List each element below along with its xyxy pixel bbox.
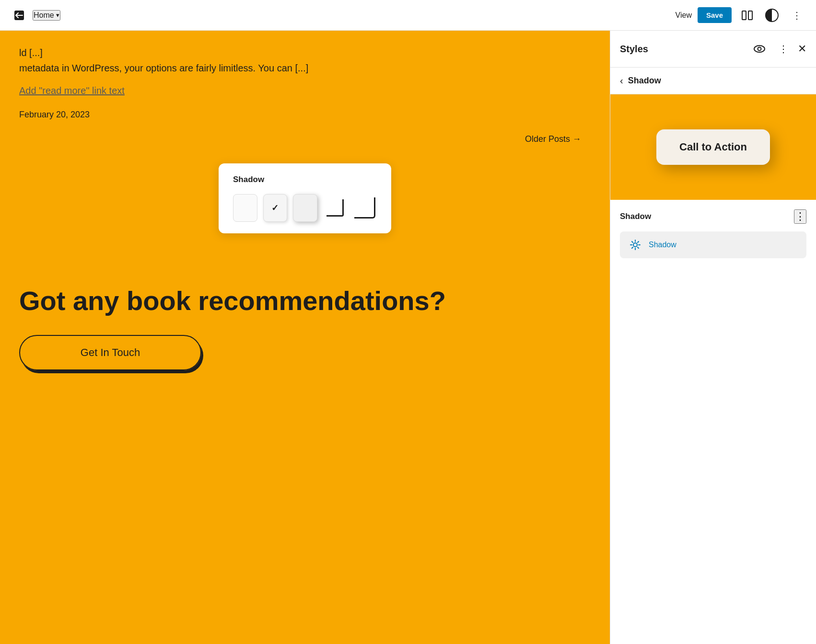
svg-point-3 <box>633 243 637 247</box>
svg-point-1 <box>754 46 765 52</box>
preview-cta-button[interactable]: Call to Action <box>656 129 770 165</box>
shadow-popup: Shadow <box>219 163 391 233</box>
partial-text-left: ld [...] <box>19 45 591 60</box>
eye-icon <box>754 45 765 53</box>
save-button[interactable]: Save <box>698 7 732 23</box>
shadow-section-header: Shadow ⋮ <box>620 209 806 224</box>
home-nav-button[interactable]: Home ▾ <box>33 10 60 21</box>
svg-line-9 <box>638 247 639 248</box>
svg-line-8 <box>632 242 633 242</box>
shadow-option-corner-lg[interactable] <box>353 194 377 222</box>
shadow-section-title: Shadow <box>620 212 651 221</box>
older-posts-row: Older Posts → <box>0 134 610 144</box>
panel-title: Styles <box>620 44 648 55</box>
cta-get-in-touch-button[interactable]: Get In Touch <box>19 335 201 370</box>
view-button[interactable]: View <box>676 11 692 20</box>
shadow-controls-section: Shadow ⋮ Shadow <box>610 200 816 268</box>
cta-section: Got any book recommendations? Get In Tou… <box>0 257 610 390</box>
main-content-area: ld [...] metadata in WordPress, your opt… <box>0 31 610 644</box>
post-date: February 20, 2023 <box>19 110 591 120</box>
shadow-popup-title: Shadow <box>233 175 377 184</box>
half-circle-icon <box>765 9 779 22</box>
shadow-option-none[interactable] <box>233 194 257 222</box>
shadow-item-label[interactable]: Shadow <box>649 241 676 249</box>
layout-icon <box>742 11 753 20</box>
topbar-left: Home ▾ <box>10 6 60 25</box>
older-posts-link[interactable]: Older Posts → <box>525 134 581 144</box>
panel-header-icons: ⋮ ✕ <box>750 39 806 58</box>
styles-panel: Styles ⋮ ✕ ‹ Shadow Call to Action Shado… <box>610 31 816 644</box>
shadow-nav: ‹ Shadow <box>610 68 816 94</box>
panel-header: Styles ⋮ ✕ <box>610 31 816 68</box>
layout-toggle-button[interactable] <box>737 6 757 25</box>
more-options-button[interactable]: ⋮ <box>787 6 806 25</box>
corner-br-sm-icon <box>326 199 344 217</box>
svg-point-2 <box>758 47 761 51</box>
shadow-nav-title: Shadow <box>628 76 661 86</box>
svg-line-11 <box>638 242 639 242</box>
topbar-right: View Save ⋮ <box>676 6 806 25</box>
preview-area: Call to Action <box>610 94 816 200</box>
svg-line-10 <box>632 247 633 248</box>
cta-heading: Got any book recommendations? <box>19 286 591 316</box>
corner-br-lg-icon <box>354 197 375 218</box>
shadow-options <box>233 194 377 222</box>
shadow-sun-icon <box>628 237 643 253</box>
back-button[interactable] <box>10 6 29 25</box>
shadow-option-corner-sm[interactable] <box>323 194 347 222</box>
home-label: Home <box>34 11 54 20</box>
vertical-dots-icon: ⋮ <box>792 10 802 21</box>
sun-icon <box>629 239 641 251</box>
shadow-option-medium[interactable] <box>293 194 317 222</box>
body-text: metadata in WordPress, your options are … <box>19 60 591 76</box>
read-more-link[interactable]: Add "read more" link text <box>19 85 125 96</box>
panel-close-button[interactable]: ✕ <box>798 43 806 55</box>
visibility-toggle-button[interactable] <box>750 39 769 58</box>
panel-more-options-button[interactable]: ⋮ <box>774 39 793 58</box>
topbar: Home ▾ View Save ⋮ <box>0 0 816 31</box>
panel-dots-icon: ⋮ <box>779 43 788 55</box>
shadow-back-button[interactable]: ‹ <box>620 75 623 86</box>
shadow-item[interactable]: Shadow <box>620 231 806 258</box>
content-top: ld [...] metadata in WordPress, your opt… <box>0 31 610 120</box>
shadow-option-light[interactable] <box>263 194 288 222</box>
dark-mode-button[interactable] <box>762 6 781 25</box>
home-chevron-icon: ▾ <box>56 12 59 19</box>
partial-left-text: ld [...] <box>19 47 43 58</box>
shadow-add-button[interactable]: ⋮ <box>794 209 806 224</box>
